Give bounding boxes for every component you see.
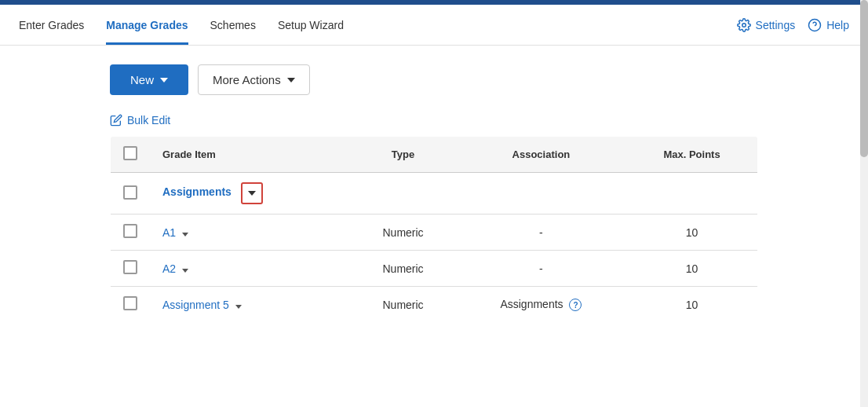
- more-actions-label: More Actions: [213, 73, 281, 86]
- assignment5-association-label: Assignments: [500, 298, 563, 310]
- item-a1-association: -: [456, 214, 626, 251]
- header-type: Type: [350, 137, 455, 173]
- gear-icon: [737, 18, 751, 32]
- nav-actions: Settings Help: [737, 18, 849, 32]
- row-checkbox[interactable]: [123, 296, 137, 310]
- row-checkbox[interactable]: [123, 185, 137, 200]
- item-assignment5-label[interactable]: Assignment 5: [162, 299, 229, 311]
- svg-point-0: [742, 23, 746, 27]
- scrollbar-thumb[interactable]: [860, 0, 868, 157]
- association-help-icon[interactable]: ?: [569, 299, 582, 311]
- header-association: Association: [456, 137, 626, 173]
- table-header-row: Grade Item Type Association Max. Points: [111, 137, 758, 173]
- settings-button[interactable]: Settings: [737, 18, 796, 32]
- assignments-expand-button[interactable]: [241, 182, 263, 204]
- category-assignments-cell: Assignments: [150, 173, 350, 214]
- assignment5-chevron-icon[interactable]: [235, 305, 242, 309]
- item-a1-label[interactable]: A1: [162, 226, 176, 239]
- row-checkbox-cell: [111, 251, 151, 287]
- row-checkbox-cell: [111, 214, 151, 251]
- item-a2-association: -: [456, 251, 626, 287]
- item-a1-cell: A1: [150, 214, 350, 251]
- more-actions-chevron-icon: [287, 78, 295, 82]
- header-checkbox-cell: [111, 137, 151, 173]
- a1-chevron-icon[interactable]: [182, 233, 188, 236]
- new-chevron-icon: [160, 78, 168, 82]
- row-checkbox[interactable]: [123, 224, 137, 238]
- tab-manage-grades[interactable]: Manage Grades: [106, 5, 188, 45]
- item-a2-type: Numeric: [350, 251, 455, 287]
- scrollbar[interactable]: [860, 0, 868, 342]
- item-assignment5-type: Numeric: [350, 287, 455, 323]
- nav-bar: Enter Grades Manage Grades Schemes Setup…: [0, 5, 868, 46]
- item-assignment5-cell: Assignment 5: [150, 287, 350, 323]
- grades-table: Grade Item Type Association Max. Points …: [110, 136, 758, 323]
- bulk-edit-label: Bulk Edit: [127, 114, 170, 126]
- row-checkbox-cell: [111, 173, 151, 214]
- item-a1-max-points: 10: [626, 214, 757, 251]
- a2-chevron-icon[interactable]: [182, 269, 188, 273]
- table-row: A2 Numeric - 10: [111, 251, 758, 287]
- nav-tabs: Enter Grades Manage Grades Schemes Setup…: [19, 5, 344, 45]
- header-max-points: Max. Points: [626, 137, 757, 173]
- table-row: Assignment 5 Numeric Assignments ? 10: [111, 287, 758, 323]
- table-row: A1 Numeric - 10: [111, 214, 758, 251]
- tab-setup-wizard[interactable]: Setup Wizard: [278, 5, 344, 45]
- tab-enter-grades[interactable]: Enter Grades: [19, 5, 84, 45]
- item-a2-max-points: 10: [626, 251, 757, 287]
- item-a1-type: Numeric: [350, 214, 455, 251]
- item-assignment5-max-points: 10: [626, 287, 757, 323]
- row-checkbox-cell: [111, 287, 151, 323]
- edit-icon: [110, 114, 122, 126]
- table-row: Assignments: [111, 173, 758, 214]
- header-grade-item: Grade Item: [150, 137, 350, 173]
- expand-chevron-icon: [248, 191, 256, 196]
- category-max-points-cell: [626, 173, 757, 214]
- main-content: New More Actions Bulk Edit Grade Item Ty…: [0, 46, 868, 342]
- help-button[interactable]: Help: [808, 18, 849, 32]
- item-a2-cell: A2: [150, 251, 350, 287]
- toolbar: New More Actions: [110, 64, 758, 95]
- item-assignment5-association: Assignments ?: [456, 287, 626, 323]
- category-type-cell: [350, 173, 455, 214]
- settings-label: Settings: [756, 19, 796, 31]
- category-assignments-label[interactable]: Assignments: [162, 185, 232, 198]
- more-actions-button[interactable]: More Actions: [198, 64, 310, 95]
- tab-schemes[interactable]: Schemes: [210, 5, 256, 45]
- item-a2-label[interactable]: A2: [162, 262, 176, 275]
- help-label: Help: [826, 19, 849, 31]
- header-checkbox[interactable]: [123, 146, 137, 160]
- row-checkbox[interactable]: [123, 260, 137, 274]
- new-label: New: [130, 73, 154, 86]
- help-icon: [808, 18, 822, 32]
- category-association-cell: [456, 173, 626, 214]
- bulk-edit-button[interactable]: Bulk Edit: [110, 114, 758, 126]
- new-button[interactable]: New: [110, 64, 188, 95]
